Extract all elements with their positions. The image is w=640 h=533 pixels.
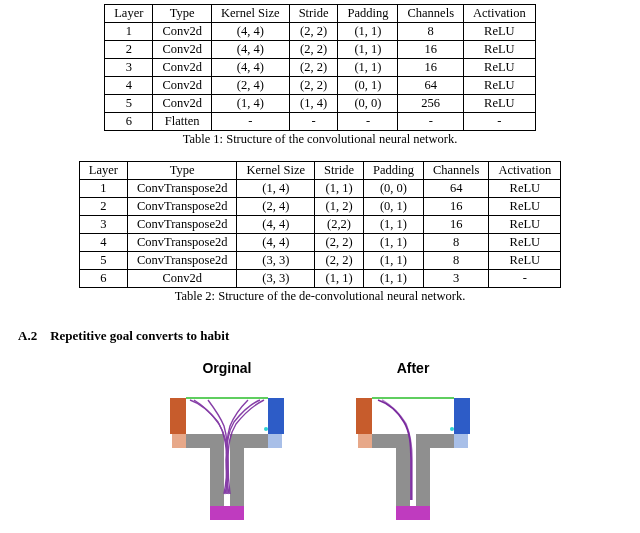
table-row: 4Conv2d(2, 4)(2, 2)(0, 1)64ReLU — [105, 77, 536, 95]
svg-rect-1 — [266, 434, 282, 448]
svg-rect-16 — [372, 434, 396, 448]
table-row: 6Conv2d(3, 3)(1, 1)(1, 1)3- — [79, 270, 560, 288]
col-channels: Channels — [423, 162, 489, 180]
t-maze-original-icon — [152, 382, 302, 522]
svg-rect-3 — [170, 398, 186, 434]
svg-rect-12 — [452, 434, 468, 448]
table-header-row: Layer Type Kernel Size Stride Padding Ch… — [79, 162, 560, 180]
svg-rect-18 — [396, 434, 410, 506]
col-activation: Activation — [489, 162, 561, 180]
svg-rect-8 — [230, 434, 244, 506]
col-layer: Layer — [79, 162, 127, 180]
table-row: 5Conv2d(1, 4)(1, 4)(0, 0)256ReLU — [105, 95, 536, 113]
figure-after: After — [338, 360, 488, 522]
col-kernel: Kernel Size — [211, 5, 289, 23]
svg-rect-20 — [396, 506, 430, 520]
table-row: 6Flatten----- — [105, 113, 536, 131]
table1-caption: Table 1: Structure of the convolutional … — [18, 132, 622, 147]
table-row: 5ConvTranspose2d(3, 3)(2, 2)(1, 1)8ReLU — [79, 252, 560, 270]
section-number: A.2 — [18, 328, 37, 343]
svg-rect-19 — [416, 434, 430, 506]
section-a2-heading: A.2 Repetitive goal converts to habit — [18, 328, 622, 344]
col-type: Type — [153, 5, 212, 23]
figure-a2: Orginal — [18, 360, 622, 522]
table-row: 4ConvTranspose2d(4, 4)(2, 2)(1, 1)8ReLU — [79, 234, 560, 252]
svg-rect-6 — [244, 434, 268, 448]
col-activation: Activation — [464, 5, 536, 23]
svg-rect-15 — [454, 398, 470, 434]
svg-rect-14 — [356, 398, 372, 434]
col-padding: Padding — [363, 162, 423, 180]
table-row: 1Conv2d(4, 4)(2, 2)(1, 1)8ReLU — [105, 23, 536, 41]
table2-caption: Table 2: Structure of the de-convolution… — [18, 289, 622, 304]
svg-rect-17 — [430, 434, 454, 448]
col-stride: Stride — [289, 5, 338, 23]
figure-label-original: Orginal — [202, 360, 251, 376]
svg-rect-5 — [186, 434, 210, 448]
col-type: Type — [127, 162, 237, 180]
col-kernel: Kernel Size — [237, 162, 315, 180]
col-layer: Layer — [105, 5, 153, 23]
table-row: 3ConvTranspose2d(4, 4)(2,2)(1, 1)16ReLU — [79, 216, 560, 234]
table-conv-net: Layer Type Kernel Size Stride Padding Ch… — [104, 4, 536, 131]
table-row: 1ConvTranspose2d(1, 4)(1, 1)(0, 0)64ReLU — [79, 180, 560, 198]
table-deconv-net: Layer Type Kernel Size Stride Padding Ch… — [79, 161, 561, 288]
figure-original: Orginal — [152, 360, 302, 522]
svg-rect-9 — [210, 506, 244, 520]
svg-point-10 — [264, 427, 268, 431]
table-row: 2Conv2d(4, 4)(2, 2)(1, 1)16ReLU — [105, 41, 536, 59]
t-maze-after-icon — [338, 382, 488, 522]
svg-point-21 — [450, 427, 454, 431]
section-title: Repetitive goal converts to habit — [50, 328, 229, 343]
table-row: 2ConvTranspose2d(2, 4)(1, 2)(0, 1)16ReLU — [79, 198, 560, 216]
col-stride: Stride — [315, 162, 364, 180]
table-header-row: Layer Type Kernel Size Stride Padding Ch… — [105, 5, 536, 23]
figure-label-after: After — [397, 360, 430, 376]
col-padding: Padding — [338, 5, 398, 23]
svg-rect-4 — [268, 398, 284, 434]
table-row: 3Conv2d(4, 4)(2, 2)(1, 1)16ReLU — [105, 59, 536, 77]
svg-rect-0 — [172, 434, 188, 448]
svg-rect-11 — [358, 434, 374, 448]
col-channels: Channels — [398, 5, 464, 23]
svg-rect-7 — [210, 434, 224, 506]
